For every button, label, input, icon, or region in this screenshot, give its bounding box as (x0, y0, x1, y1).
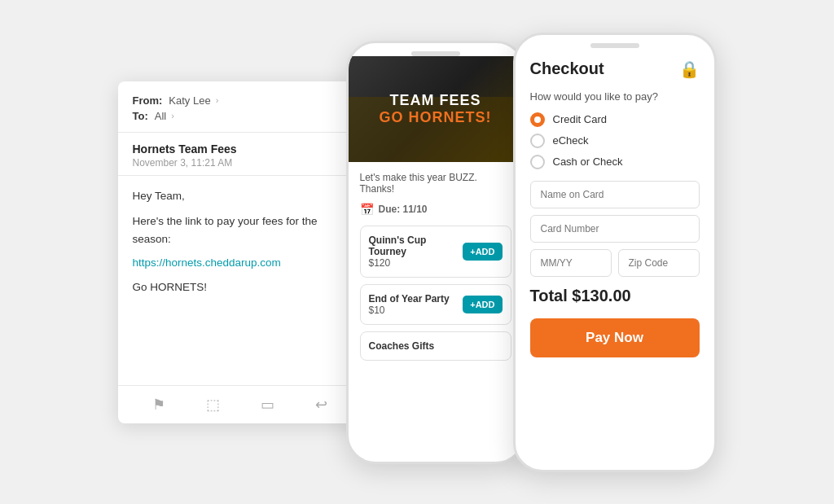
email-signoff: Go HORNETS! (133, 278, 348, 296)
pay-now-button[interactable]: Pay Now (530, 318, 700, 357)
email-body: Hey Team, Here's the link to pay your fe… (118, 176, 362, 385)
email-greeting: Hey Team, (133, 187, 348, 205)
total-row: Total $130.00 (530, 287, 700, 305)
fee-item-2: End of Year Party $10 +ADD (360, 284, 511, 325)
phone1-inner: TEAM FEES GO HORNETS! Let's make this ye… (349, 56, 523, 462)
from-chevron: › (216, 95, 219, 105)
radio-cash-check[interactable] (530, 155, 545, 169)
flag-icon[interactable]: ⚑ (152, 396, 165, 414)
payment-option-cash-check[interactable]: Cash or Check (530, 155, 700, 169)
email-body-text: Here's the link to pay your fees for the… (133, 213, 348, 248)
phone-team-fees: TEAM FEES GO HORNETS! Let's make this ye… (346, 41, 525, 464)
team-text-overlay: TEAM FEES GO HORNETS! (379, 92, 491, 126)
email-panel: From: Katy Lee › To: All › Hornets Team … (118, 81, 362, 423)
credit-card-label: Credit Card (553, 113, 607, 125)
checkout-title: Checkout (530, 59, 604, 78)
fee-name-1: Quinn's Cup Tourney (369, 234, 463, 257)
zip-input[interactable] (618, 249, 700, 277)
to-label: To: (133, 110, 148, 122)
phone1-body: Let's make this year BUZZ. Thanks! 📅 Due… (349, 162, 523, 462)
fee-name-3: Coaches Gifts (369, 340, 503, 352)
payment-options: Credit Card eCheck Cash or Check (530, 112, 700, 169)
due-label: Due: 11/10 (379, 204, 428, 215)
fee-name-2: End of Year Party (369, 293, 450, 305)
phone2-inner: Checkout 🔒 How would you like to pay? Cr… (516, 48, 714, 470)
payment-option-credit-card[interactable]: Credit Card (530, 112, 700, 127)
scene: From: Katy Lee › To: All › Hornets Team … (0, 0, 834, 504)
team-fees-line1: TEAM FEES (379, 92, 491, 109)
echeck-label: eCheck (553, 134, 589, 147)
pay-question: How would you like to pay? (530, 90, 700, 103)
add-btn-2[interactable]: +ADD (463, 296, 502, 313)
total-text: Total $130.00 (530, 287, 631, 305)
lock-icon: 🔒 (679, 59, 700, 79)
fee-price-1: $120 (369, 257, 463, 269)
to-chevron: › (171, 111, 174, 121)
email-subject: Hornets Team Fees (133, 142, 348, 156)
add-btn-1[interactable]: +ADD (463, 243, 502, 261)
checkout-header: Checkout 🔒 (530, 59, 700, 79)
email-link[interactable]: https://hornets.cheddarup.com (133, 256, 281, 269)
folder-icon[interactable]: ⬚ (206, 396, 220, 414)
calendar-icon: 📅 (360, 203, 374, 216)
archive-icon[interactable]: ▭ (261, 396, 274, 414)
radio-echeck[interactable] (530, 134, 545, 148)
buzz-text: Let's make this year BUZZ. Thanks! (360, 172, 511, 195)
card-number-input[interactable] (530, 215, 700, 243)
from-name: Katy Lee (169, 94, 210, 107)
reply-icon[interactable]: ↩ (315, 396, 327, 414)
name-on-card-input[interactable] (530, 181, 700, 208)
team-fees-line2: GO HORNETS! (379, 109, 491, 126)
from-label: From: (133, 94, 163, 107)
email-subject-section: Hornets Team Fees November 3, 11:21 AM (118, 133, 362, 176)
checkout-body: Checkout 🔒 How would you like to pay? Cr… (516, 48, 714, 470)
radio-credit-card[interactable] (530, 112, 545, 127)
fee-info-2: End of Year Party $10 (369, 293, 450, 316)
mmyy-input[interactable] (530, 249, 612, 277)
cash-check-label: Cash or Check (553, 156, 623, 168)
due-row: 📅 Due: 11/10 (360, 203, 511, 216)
to-value: All (155, 110, 166, 122)
fee-info-1: Quinn's Cup Tourney $120 (369, 234, 463, 269)
team-image: TEAM FEES GO HORNETS! (349, 56, 523, 162)
email-date: November 3, 11:21 AM (133, 157, 348, 169)
fee-item-1: Quinn's Cup Tourney $120 +ADD (360, 226, 511, 278)
phone-checkout: Checkout 🔒 How would you like to pay? Cr… (513, 33, 717, 472)
email-footer: ⚑ ⬚ ▭ ↩ (118, 385, 362, 423)
card-details-row (530, 249, 700, 277)
fee-price-2: $10 (369, 305, 450, 316)
email-to-row: To: All › (133, 110, 348, 122)
email-header: From: Katy Lee › To: All › (118, 81, 362, 133)
fee-item-3: Coaches Gifts (360, 331, 511, 361)
payment-option-echeck[interactable]: eCheck (530, 134, 700, 148)
email-from-row: From: Katy Lee › (133, 94, 348, 107)
